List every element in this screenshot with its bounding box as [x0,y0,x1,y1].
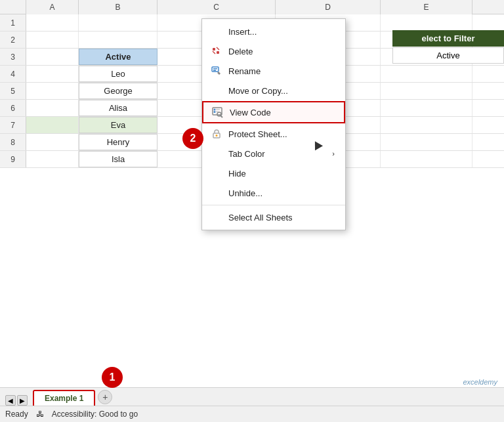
row-num-4: 4 [0,66,26,82]
menu-item-unhide-label: Unhide... [228,188,262,198]
cell-7a[interactable] [26,117,79,133]
svg-rect-5 [213,68,217,70]
row-num-6: 6 [0,100,26,116]
hide-icon [210,167,223,180]
cell-5b[interactable]: George [79,83,158,99]
menu-item-view-code[interactable]: View Code [202,101,345,123]
svg-rect-0 [213,48,215,51]
col-header-a: A [26,0,79,14]
menu-item-tab-color[interactable]: Tab Color › [202,144,345,163]
menu-item-select-all-sheets[interactable]: Select All Sheets [202,207,345,227]
sheet-nav-right-icon[interactable]: ▶ [17,395,28,406]
cell-2a[interactable] [26,32,79,48]
tab-color-arrow-icon: › [332,150,335,158]
row-num-1: 1 [0,14,26,31]
row-num-9: 9 [0,151,26,167]
cell-1b[interactable] [79,14,158,31]
col-header-d: D [276,0,381,14]
column-headers: A B C D E [0,0,504,14]
menu-item-rename-label: Rename [228,66,261,76]
menu-item-hide[interactable]: Hide [202,163,345,183]
svg-point-15 [216,135,218,137]
row-num-7: 7 [0,117,26,133]
menu-item-rename[interactable]: Rename [202,61,345,81]
menu-item-tab-color-label: Tab Color [228,149,265,159]
svg-point-8 [214,109,216,111]
col-header-c: C [158,0,276,14]
menu-separator [202,205,345,205]
sheet-tabs: ◀ ▶ Example 1 + [0,387,504,406]
cell-5a[interactable] [26,83,79,99]
menu-item-hide-label: Hide [228,169,246,179]
unhide-icon [210,186,223,200]
select-all-sheets-icon [210,211,223,224]
cell-6a[interactable] [26,100,79,116]
status-bar: Ready 🖧 Accessibility: Good to go [0,406,504,422]
move-copy-icon [210,84,223,97]
tab-color-icon [210,147,223,160]
menu-item-insert-label: Insert... [228,27,257,37]
row-num-8: 8 [0,134,26,150]
cell-8e[interactable] [381,134,472,150]
menu-item-delete-label: Delete [228,47,253,56]
svg-rect-6 [213,70,216,72]
svg-rect-9 [216,109,220,110]
menu-item-protect-sheet[interactable]: Protect Sheet... [202,124,345,144]
sheet-tab-example1[interactable]: Example 1 [33,390,95,406]
cell-6b[interactable]: Alisa [79,100,158,116]
cell-8b[interactable]: Henry [79,134,158,150]
row-num-2: 2 [0,32,26,48]
menu-item-unhide[interactable]: Unhide... [202,183,345,203]
cell-5e[interactable] [381,83,472,99]
cell-9e[interactable] [381,151,472,167]
cell-1a[interactable] [26,14,79,31]
status-accessibility: Accessibility: Good to go [52,410,138,419]
cell-4e[interactable] [381,66,472,82]
insert-icon [210,25,223,38]
cell-4a[interactable] [26,66,79,82]
cell-2b[interactable] [79,32,158,48]
row-num-3: 3 [0,49,26,65]
cell-9a[interactable] [26,151,79,167]
col-header-e: E [381,0,472,14]
status-ready: Ready [5,410,28,419]
col-header-b: B [79,0,158,14]
context-menu: Insert... Delete Rename Move or Copy... … [201,18,346,230]
cell-6e[interactable] [381,100,472,116]
menu-item-view-code-label: View Code [230,108,271,117]
menu-item-move-copy-label: Move or Copy... [228,86,288,96]
row-num-5: 5 [0,83,26,99]
cell-1e[interactable] [381,14,472,31]
step-1-bubble: 1 [102,367,123,388]
cell-8a[interactable] [26,134,79,150]
svg-line-2 [213,51,215,54]
menu-item-select-all-sheets-label: Select All Sheets [228,213,293,222]
menu-item-protect-sheet-label: Protect Sheet... [228,129,287,139]
status-icon: 🖧 [36,410,44,419]
svg-point-10 [214,111,216,113]
rename-icon [210,64,223,77]
cell-3a[interactable] [26,49,79,65]
add-sheet-button[interactable]: + [98,390,112,404]
menu-item-move-copy[interactable]: Move or Copy... [202,81,345,100]
cell-9b[interactable]: Isla [79,151,158,167]
step-2-bubble: 2 [182,128,203,149]
watermark: exceldemy [463,378,497,386]
filter-active-box: Active [392,47,504,64]
corner-cell [0,0,26,14]
sheet-nav: ◀ ▶ [5,395,28,406]
svg-line-3 [217,47,219,50]
menu-item-insert[interactable]: Insert... [202,22,345,41]
menu-item-delete[interactable]: Delete [202,41,345,61]
delete-icon [210,45,223,58]
cell-3b-active[interactable]: Active [79,49,158,65]
filter-title-box: elect to Filter [392,30,504,47]
svg-rect-1 [217,51,219,54]
cell-7b[interactable]: Eva [79,117,158,133]
svg-point-13 [217,112,221,116]
protect-sheet-icon [210,127,223,140]
cell-7e[interactable] [381,117,472,133]
cell-4b[interactable]: Leo [79,66,158,82]
view-code-icon [211,106,224,119]
sheet-nav-left-icon[interactable]: ◀ [5,395,16,406]
